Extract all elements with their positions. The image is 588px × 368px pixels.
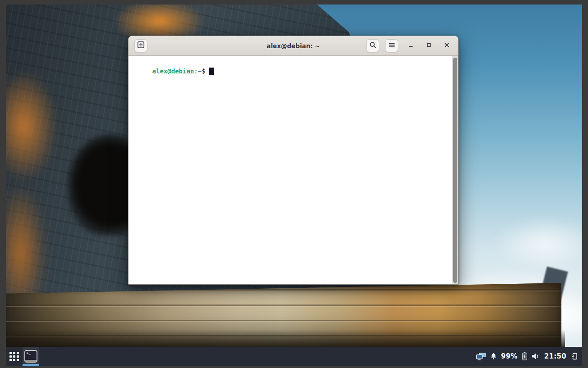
terminal-scrollbar[interactable]	[452, 56, 458, 284]
clock[interactable]: 21:50	[544, 352, 566, 360]
plus-square-icon	[137, 41, 145, 50]
menu-button[interactable]	[385, 39, 398, 52]
terminal-titlebar[interactable]: alex@debian: ~	[129, 36, 458, 56]
prompt-symbol: $	[202, 68, 205, 75]
prompt-path: ~	[198, 68, 202, 75]
show-applications-button[interactable]	[6, 347, 23, 366]
close-icon	[443, 41, 450, 50]
maximize-button[interactable]	[423, 41, 434, 51]
dual-monitor-icon[interactable]	[476, 353, 486, 360]
new-tab-button[interactable]	[134, 39, 147, 52]
close-button[interactable]	[441, 41, 452, 51]
exit-icon[interactable]	[570, 353, 578, 360]
terminal-window: alex@debian: ~	[128, 36, 459, 285]
battery-percent[interactable]: 99%	[501, 352, 518, 360]
scrollbar-thumb[interactable]	[453, 58, 457, 283]
prompt-separator: :	[194, 68, 198, 75]
terminal-cursor	[209, 68, 214, 75]
prompt-user-host: alex@debian	[152, 68, 194, 75]
desktop-screen: alex@debian: ~	[0, 0, 588, 368]
battery-charging-icon[interactable]	[522, 352, 528, 360]
minimize-button[interactable]	[405, 41, 416, 51]
terminal-content[interactable]: alex@debian:~$	[129, 56, 458, 284]
search-button[interactable]	[366, 39, 379, 52]
wallpaper-orange-glow	[6, 70, 58, 182]
maximize-icon	[425, 41, 432, 50]
magnifier-icon	[369, 41, 377, 50]
bell-icon[interactable]	[490, 353, 497, 360]
grid-icon	[9, 352, 19, 361]
terminal-icon: >_	[24, 350, 37, 363]
taskbar: >_ 99%	[6, 347, 582, 366]
wallpaper-stone-shadow	[6, 330, 565, 347]
taskbar-item-terminal[interactable]: >_	[23, 347, 39, 366]
speaker-icon[interactable]	[532, 353, 540, 360]
system-tray: 99% 21:50	[476, 352, 582, 360]
hamburger-icon	[388, 41, 395, 50]
active-app-indicator	[23, 364, 39, 366]
minimize-icon	[407, 41, 414, 50]
